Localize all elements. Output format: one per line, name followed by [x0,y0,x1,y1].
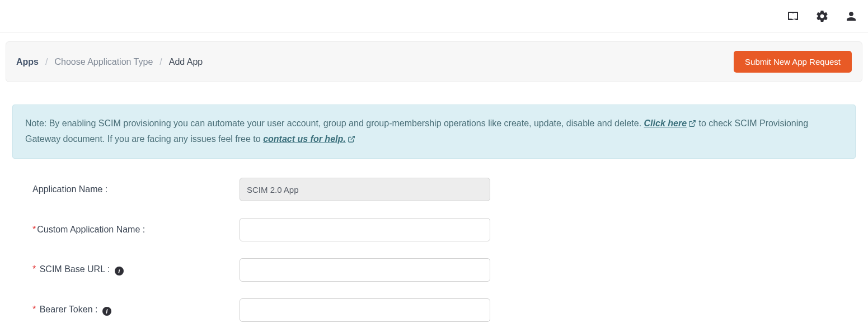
submit-new-app-button[interactable]: Submit New App Request [734,51,852,73]
external-link-icon [348,133,355,148]
bearer-token-label: * Bearer Token : i [32,305,240,316]
custom-app-name-label: *Custom Application Name : [32,225,240,235]
person-icon[interactable] [844,10,858,23]
scim-base-url-label: * SCIM Base URL : i [32,264,240,276]
breadcrumb-bar: Apps / Choose Application Type / Add App… [6,41,862,82]
click-here-link[interactable]: Click here [644,118,696,128]
svg-line-1 [351,136,354,139]
breadcrumb-apps[interactable]: Apps [16,57,39,67]
custom-app-name-input[interactable] [240,218,490,241]
form-row-bearer-token: * Bearer Token : i [12,298,856,322]
app-name-label: Application Name : [32,184,240,194]
breadcrumb-separator: / [159,57,162,67]
gear-icon[interactable] [815,10,829,23]
info-note: Note: By enabling SCIM provisioning you … [12,104,856,159]
contact-us-link[interactable]: contact us for help. [263,134,355,144]
book-icon[interactable] [786,10,800,23]
info-icon[interactable]: i [115,267,124,276]
app-name-input [240,178,490,201]
content: Note: By enabling SCIM provisioning you … [6,82,862,322]
info-icon[interactable]: i [102,307,111,316]
page-body: Apps / Choose Application Type / Add App… [0,32,868,322]
form-row-custom-name: *Custom Application Name : [12,218,856,241]
bearer-token-input[interactable] [240,298,490,322]
breadcrumb-separator: / [45,57,48,67]
form-row-scim-base: * SCIM Base URL : i [12,258,856,282]
scim-base-url-input[interactable] [240,258,490,282]
breadcrumb: Apps / Choose Application Type / Add App [16,57,203,67]
form-row-app-name: Application Name : [12,178,856,201]
breadcrumb-current: Add App [169,57,203,67]
topbar [0,0,868,32]
svg-line-0 [692,121,695,124]
external-link-icon [688,117,696,132]
note-text-prefix: Note: By enabling SCIM provisioning you … [25,118,644,128]
breadcrumb-choose-type[interactable]: Choose Application Type [54,57,153,67]
